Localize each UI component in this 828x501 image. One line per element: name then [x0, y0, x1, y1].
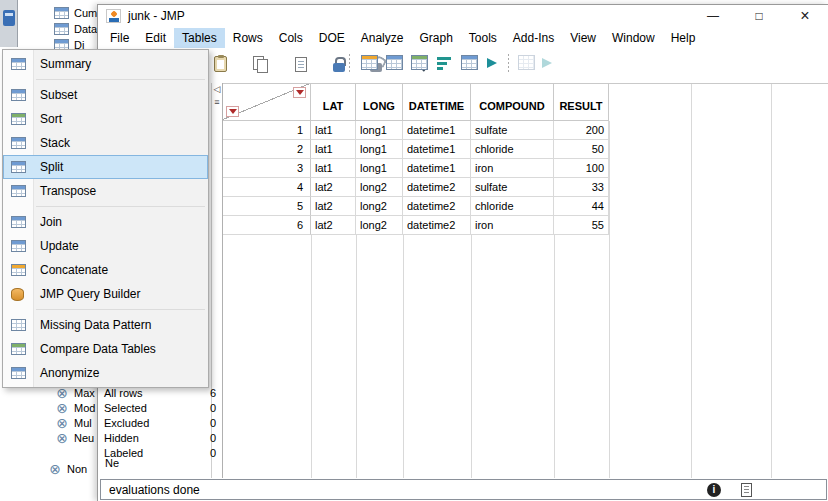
cell[interactable]: lat1 [311, 159, 356, 178]
paste-icon[interactable] [214, 56, 227, 72]
collapse-panel-icon[interactable] [212, 83, 222, 96]
column-header[interactable]: LONG [356, 84, 403, 121]
row-number[interactable]: 6 [223, 216, 311, 235]
row-number[interactable]: 1 [223, 121, 311, 140]
column-header[interactable]: LAT [311, 84, 356, 121]
cell[interactable]: 44 [554, 197, 609, 216]
cell[interactable]: sulfate [471, 121, 554, 140]
menu-item-sort[interactable]: Sort [3, 107, 208, 131]
menu-item-query-builder[interactable]: JMP Query Builder [3, 282, 208, 306]
menu-item-concatenate[interactable]: Concatenate [3, 258, 208, 282]
list-item-label: Mul [74, 417, 92, 429]
menu-file[interactable]: File [102, 28, 137, 48]
menu-item-subset[interactable]: Subset [3, 83, 208, 107]
data-table-icon[interactable] [386, 55, 403, 70]
cell[interactable]: 100 [554, 159, 609, 178]
menu-analyze[interactable]: Analyze [353, 28, 412, 48]
cell[interactable]: long1 [356, 121, 403, 140]
menu-edit[interactable]: Edit [137, 28, 174, 48]
rows-panel-label: All rows [104, 387, 143, 399]
cell[interactable]: sulfate [471, 178, 554, 197]
cell[interactable]: chloride [471, 197, 554, 216]
menu-item-update[interactable]: Update [3, 234, 208, 258]
row-number[interactable]: 3 [223, 159, 311, 178]
cell[interactable]: lat1 [311, 121, 356, 140]
cell[interactable]: iron [471, 159, 554, 178]
new-data-table-icon[interactable] [361, 55, 378, 70]
menu-item-split[interactable]: Split [3, 155, 208, 179]
cell[interactable]: datetime1 [403, 121, 471, 140]
list-item[interactable]: Non [48, 461, 87, 476]
menu-item-summary[interactable]: Summary [3, 52, 208, 76]
cell[interactable]: lat2 [311, 216, 356, 235]
log-icon[interactable] [741, 483, 752, 497]
cell[interactable]: lat2 [311, 178, 356, 197]
list-item[interactable]: Data [54, 21, 97, 36]
menu-help[interactable]: Help [663, 28, 704, 48]
cell[interactable]: long1 [356, 159, 403, 178]
row-number[interactable]: 4 [223, 178, 311, 197]
cell[interactable]: 33 [554, 178, 609, 197]
rows-red-triangle-icon[interactable] [226, 106, 239, 117]
cell[interactable]: long2 [356, 216, 403, 235]
maximize-button[interactable]: □ [736, 5, 782, 27]
cell[interactable]: datetime2 [403, 197, 471, 216]
run-script-icon[interactable] [487, 58, 497, 68]
summary-stats-icon[interactable] [461, 55, 478, 70]
menu-item-anonymize[interactable]: Anonymize [3, 361, 208, 385]
journal-icon[interactable] [295, 57, 307, 72]
list-item[interactable]: Neu [55, 430, 94, 445]
column-header[interactable]: COMPOUND [471, 84, 554, 121]
menu-addins[interactable]: Add-Ins [505, 28, 562, 48]
cell[interactable]: lat2 [311, 197, 356, 216]
close-button[interactable]: × [782, 5, 828, 27]
info-icon[interactable] [707, 483, 721, 497]
cell[interactable]: long2 [356, 197, 403, 216]
menu-doe[interactable]: DOE [311, 28, 353, 48]
cell[interactable]: 55 [554, 216, 609, 235]
cell[interactable]: chloride [471, 140, 554, 159]
column-header[interactable]: RESULT [554, 84, 609, 121]
menu-graph[interactable]: Graph [411, 28, 460, 48]
menu-cols[interactable]: Cols [271, 28, 311, 48]
menu-item-stack[interactable]: Stack [3, 131, 208, 155]
cell[interactable]: 200 [554, 121, 609, 140]
list-item[interactable]: Mod [55, 400, 95, 415]
menu-item-missing-data-pattern[interactable]: Missing Data Pattern [3, 313, 208, 337]
cell[interactable]: datetime1 [403, 140, 471, 159]
row-number[interactable]: 5 [223, 197, 311, 216]
columns-red-triangle-icon[interactable] [293, 87, 306, 98]
cell[interactable]: datetime1 [403, 159, 471, 178]
cell[interactable]: long1 [356, 140, 403, 159]
sort-columns-icon[interactable] [437, 55, 452, 71]
column-header[interactable]: DATETIME [403, 84, 471, 121]
menu-item-join[interactable]: Join [3, 210, 208, 234]
rows-panel-item[interactable]: Selected 0 [104, 400, 216, 415]
copy-icon[interactable] [253, 56, 268, 72]
list-item[interactable]: Mul [55, 415, 92, 430]
menu-rows[interactable]: Rows [225, 28, 271, 48]
menu-item-compare-data-tables[interactable]: Compare Data Tables [3, 337, 208, 361]
lock-icon[interactable] [333, 57, 346, 72]
titlebar[interactable]: junk - JMP — □ × [98, 5, 828, 27]
panel-menu-icon[interactable] [212, 96, 222, 109]
cell[interactable]: long2 [356, 178, 403, 197]
rows-panel-item[interactable]: Hidden 0 [104, 430, 216, 445]
list-item[interactable]: Cum [54, 5, 97, 20]
cell[interactable]: datetime2 [403, 178, 471, 197]
minimize-button[interactable]: — [690, 5, 736, 27]
cell[interactable]: 50 [554, 140, 609, 159]
menu-window[interactable]: Window [604, 28, 663, 48]
circle-x-icon [55, 416, 69, 430]
rows-panel-item[interactable]: Excluded 0 [104, 415, 216, 430]
menu-tools[interactable]: Tools [461, 28, 505, 48]
row-number[interactable]: 2 [223, 140, 311, 159]
cell[interactable]: iron [471, 216, 554, 235]
menu-view[interactable]: View [562, 28, 604, 48]
rows-panel-item[interactable]: Labeled 0 [104, 445, 216, 460]
menu-tables[interactable]: Tables [174, 28, 225, 48]
menu-item-transpose[interactable]: Transpose [3, 179, 208, 203]
cell[interactable]: datetime2 [403, 216, 471, 235]
cell[interactable]: lat1 [311, 140, 356, 159]
subset-table-icon[interactable] [411, 55, 428, 70]
